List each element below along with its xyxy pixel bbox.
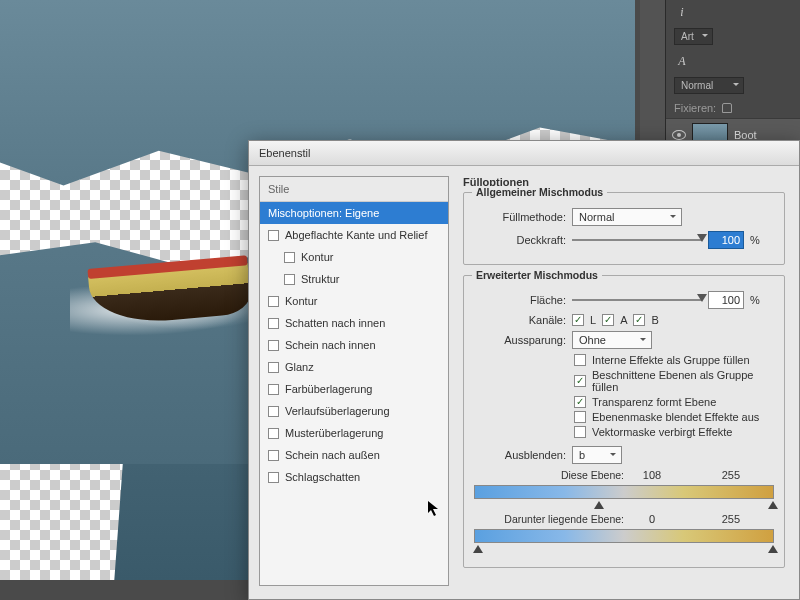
this-layer-white-stop[interactable] — [768, 496, 778, 509]
style-list: Stile Mischoptionen: EigeneAbgeflachte K… — [259, 176, 449, 586]
opt-internal-effects-checkbox[interactable] — [574, 354, 586, 366]
styles-header: Stile — [260, 177, 448, 202]
style-checkbox[interactable] — [268, 318, 279, 329]
general-blend-fieldset: Allgemeiner Mischmodus Füllmethode: Norm… — [463, 192, 785, 265]
opt-vector-mask-label: Vektormaske verbirgt Effekte — [592, 426, 732, 438]
style-item-3[interactable]: Struktur — [260, 268, 448, 290]
blend-mode-dropdown[interactable]: Normal — [674, 77, 744, 94]
channel-a-label: A — [620, 314, 627, 326]
style-item-label: Kontur — [285, 295, 317, 307]
advanced-blend-fieldset: Erweiterter Mischmodus Fläche: 100 % Kan… — [463, 275, 785, 568]
opt-vector-mask-checkbox[interactable] — [574, 426, 586, 438]
style-item-label: Schlagschatten — [285, 471, 360, 483]
opt-layer-mask-label: Ebenenmaske blendet Effekte aus — [592, 411, 759, 423]
style-item-8[interactable]: Farbüberlagerung — [260, 378, 448, 400]
opacity-input[interactable]: 100 — [708, 231, 744, 249]
channel-b-label: B — [651, 314, 658, 326]
fill-opacity-input[interactable]: 100 — [708, 291, 744, 309]
style-item-12[interactable]: Schlagschatten — [260, 466, 448, 488]
opt-clipped-layers-checkbox[interactable] — [574, 375, 586, 387]
fill-opacity-slider[interactable] — [572, 293, 702, 307]
channel-a-checkbox[interactable] — [602, 314, 614, 326]
info-icon[interactable]: i — [674, 4, 690, 20]
style-item-1[interactable]: Abgeflachte Kante und Relief — [260, 224, 448, 246]
style-checkbox[interactable] — [284, 252, 295, 263]
visibility-icon[interactable] — [672, 130, 686, 140]
opt-transparency-shapes-label: Transparenz formt Ebene — [592, 396, 716, 408]
style-item-label: Schatten nach innen — [285, 317, 385, 329]
style-checkbox[interactable] — [284, 274, 295, 285]
percent-label: % — [750, 294, 760, 306]
style-checkbox[interactable] — [268, 384, 279, 395]
percent-label: % — [750, 234, 760, 246]
lock-transparency-icon[interactable] — [722, 103, 732, 113]
underlying-layer-label: Darunter liegende Ebene: — [474, 513, 624, 525]
style-item-9[interactable]: Verlaufsüberlagerung — [260, 400, 448, 422]
advanced-blend-legend: Erweiterter Mischmodus — [472, 269, 602, 281]
channels-label: Kanäle: — [474, 314, 566, 326]
fill-method-dropdown[interactable]: Normal — [572, 208, 682, 226]
style-item-11[interactable]: Schein nach außen — [260, 444, 448, 466]
channel-b-checkbox[interactable] — [633, 314, 645, 326]
underlying-black-stop[interactable] — [473, 540, 483, 553]
style-item-4[interactable]: Kontur — [260, 290, 448, 312]
opacity-slider[interactable] — [572, 233, 702, 247]
style-item-label: Mischoptionen: Eigene — [268, 207, 379, 219]
style-item-label: Struktur — [301, 273, 340, 285]
this-layer-gradient[interactable] — [474, 485, 774, 499]
style-checkbox[interactable] — [268, 230, 279, 241]
style-checkbox[interactable] — [268, 296, 279, 307]
fill-method-label: Füllmethode: — [474, 211, 566, 223]
fill-opacity-label: Fläche: — [474, 294, 566, 306]
underlying-white-stop[interactable] — [768, 540, 778, 553]
style-item-label: Abgeflachte Kante und Relief — [285, 229, 428, 241]
this-layer-label: Diese Ebene: — [474, 469, 624, 481]
style-item-10[interactable]: Musterüberlagerung — [260, 422, 448, 444]
options-panel: Fülloptionen Allgemeiner Mischmodus Füll… — [449, 166, 799, 596]
style-item-label: Kontur — [301, 251, 333, 263]
style-checkbox[interactable] — [268, 472, 279, 483]
dialog-title: Ebenenstil — [249, 141, 799, 166]
style-checkbox[interactable] — [268, 450, 279, 461]
style-checkbox[interactable] — [268, 428, 279, 439]
layer-style-dialog: Ebenenstil Stile Mischoptionen: EigeneAb… — [248, 140, 800, 600]
underlying-layer-gradient[interactable] — [474, 529, 774, 543]
general-blend-legend: Allgemeiner Mischmodus — [472, 186, 607, 198]
lock-label: Fixieren: — [674, 102, 716, 114]
channel-l-checkbox[interactable] — [572, 314, 584, 326]
opt-clipped-layers-label: Beschnittene Ebenen als Gruppe füllen — [592, 369, 774, 393]
style-item-0[interactable]: Mischoptionen: Eigene — [260, 202, 448, 224]
style-checkbox[interactable] — [268, 362, 279, 373]
style-item-label: Verlaufsüberlagerung — [285, 405, 390, 417]
opt-transparency-shapes-checkbox[interactable] — [574, 396, 586, 408]
blend-if-channel-dropdown[interactable]: b — [572, 446, 622, 464]
this-layer-black-stop[interactable] — [594, 496, 604, 509]
opt-layer-mask-checkbox[interactable] — [574, 411, 586, 423]
style-item-label: Musterüberlagerung — [285, 427, 383, 439]
boat-image — [90, 200, 260, 340]
underlying-high: 255 — [680, 513, 740, 525]
style-item-label: Schein nach innen — [285, 339, 376, 351]
layers-panel: i Art A Normal Fixieren: Boot — [665, 0, 800, 150]
style-item-label: Schein nach außen — [285, 449, 380, 461]
style-item-5[interactable]: Schatten nach innen — [260, 312, 448, 334]
opacity-label: Deckkraft: — [474, 234, 566, 246]
style-item-label: Glanz — [285, 361, 314, 373]
underlying-low: 0 — [632, 513, 672, 525]
opt-internal-effects-label: Interne Effekte als Gruppe füllen — [592, 354, 750, 366]
this-layer-high: 255 — [680, 469, 740, 481]
style-checkbox[interactable] — [268, 340, 279, 351]
style-checkbox[interactable] — [268, 406, 279, 417]
style-item-6[interactable]: Schein nach innen — [260, 334, 448, 356]
style-item-label: Farbüberlagerung — [285, 383, 372, 395]
type-tool-icon[interactable]: A — [674, 53, 690, 69]
this-layer-low: 108 — [632, 469, 672, 481]
layer-kind-dropdown[interactable]: Art — [674, 28, 713, 45]
style-item-7[interactable]: Glanz — [260, 356, 448, 378]
channel-l-label: L — [590, 314, 596, 326]
knockout-label: Aussparung: — [474, 334, 566, 346]
blend-if-label: Ausblenden: — [474, 449, 566, 461]
style-item-2[interactable]: Kontur — [260, 246, 448, 268]
knockout-dropdown[interactable]: Ohne — [572, 331, 652, 349]
